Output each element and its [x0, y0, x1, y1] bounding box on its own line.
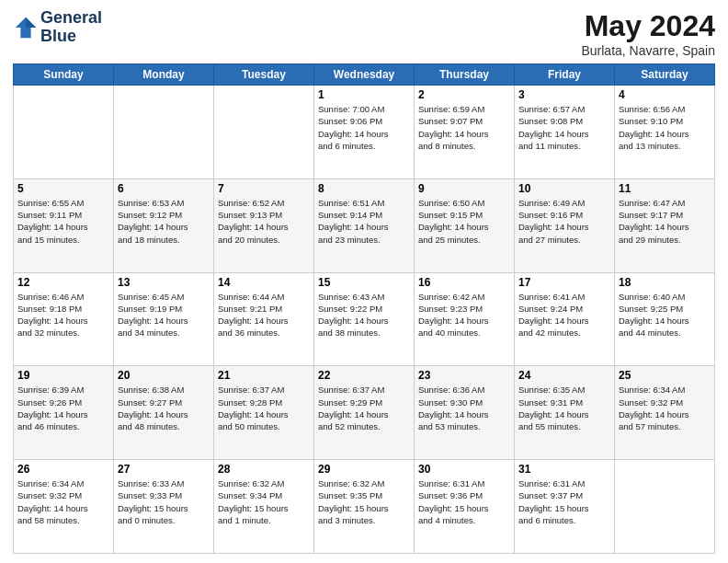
- logo-text: General Blue: [40, 9, 102, 46]
- day-number: 14: [218, 276, 310, 289]
- calendar-cell: 7Sunrise: 6:52 AM Sunset: 9:13 PM Daylig…: [214, 178, 314, 272]
- calendar-cell: 22Sunrise: 6:37 AM Sunset: 9:29 PM Dayli…: [314, 366, 415, 460]
- day-number: 24: [518, 369, 610, 382]
- calendar-cell: [114, 86, 214, 179]
- calendar-cell: 2Sunrise: 6:59 AM Sunset: 9:07 PM Daylig…: [415, 86, 515, 179]
- day-number: 3: [518, 88, 610, 101]
- calendar-cell: 8Sunrise: 6:51 AM Sunset: 9:14 PM Daylig…: [314, 178, 415, 272]
- day-info: Sunrise: 6:38 AM Sunset: 9:27 PM Dayligh…: [118, 384, 210, 432]
- page: General Blue May 2024 Burlata, Navarre, …: [0, 0, 728, 563]
- calendar-cell: 11Sunrise: 6:47 AM Sunset: 9:17 PM Dayli…: [615, 178, 715, 272]
- day-number: 8: [318, 182, 410, 195]
- calendar-cell: 20Sunrise: 6:38 AM Sunset: 9:27 PM Dayli…: [114, 366, 214, 460]
- calendar-table: SundayMondayTuesdayWednesdayThursdayFrid…: [13, 63, 715, 554]
- day-info: Sunrise: 6:56 AM Sunset: 9:10 PM Dayligh…: [619, 103, 711, 152]
- logo: General Blue: [13, 9, 102, 46]
- day-number: 19: [17, 369, 109, 382]
- day-number: 26: [17, 463, 109, 476]
- day-info: Sunrise: 6:40 AM Sunset: 9:25 PM Dayligh…: [619, 291, 711, 339]
- calendar-cell: 21Sunrise: 6:37 AM Sunset: 9:28 PM Dayli…: [214, 366, 314, 460]
- subtitle: Burlata, Navarre, Spain: [581, 43, 715, 58]
- day-number: 17: [518, 276, 610, 289]
- day-info: Sunrise: 6:43 AM Sunset: 9:22 PM Dayligh…: [318, 291, 410, 339]
- day-info: Sunrise: 6:47 AM Sunset: 9:17 PM Dayligh…: [619, 197, 711, 246]
- calendar-cell: 16Sunrise: 6:42 AM Sunset: 9:23 PM Dayli…: [415, 272, 515, 366]
- day-info: Sunrise: 6:59 AM Sunset: 9:07 PM Dayligh…: [418, 103, 510, 152]
- day-number: 16: [418, 276, 510, 289]
- calendar-week-row: 19Sunrise: 6:39 AM Sunset: 9:26 PM Dayli…: [14, 366, 715, 460]
- day-number: 30: [418, 463, 510, 476]
- day-info: Sunrise: 6:35 AM Sunset: 9:31 PM Dayligh…: [518, 384, 610, 432]
- calendar-week-row: 26Sunrise: 6:34 AM Sunset: 9:32 PM Dayli…: [14, 460, 715, 554]
- day-number: 6: [118, 182, 210, 195]
- day-info: Sunrise: 6:55 AM Sunset: 9:11 PM Dayligh…: [17, 197, 109, 246]
- day-number: 12: [17, 276, 109, 289]
- calendar-header-row: SundayMondayTuesdayWednesdayThursdayFrid…: [14, 64, 715, 86]
- day-info: Sunrise: 6:32 AM Sunset: 9:35 PM Dayligh…: [318, 477, 410, 526]
- day-number: 23: [418, 369, 510, 382]
- calendar-cell: 3Sunrise: 6:57 AM Sunset: 9:08 PM Daylig…: [515, 86, 615, 179]
- day-info: Sunrise: 6:34 AM Sunset: 9:32 PM Dayligh…: [619, 384, 711, 432]
- day-number: 21: [218, 369, 310, 382]
- day-info: Sunrise: 6:37 AM Sunset: 9:29 PM Dayligh…: [318, 384, 410, 432]
- day-number: 28: [218, 463, 310, 476]
- day-number: 25: [619, 369, 711, 382]
- calendar-cell: 27Sunrise: 6:33 AM Sunset: 9:33 PM Dayli…: [114, 460, 214, 554]
- calendar-cell: [615, 460, 715, 554]
- calendar-cell: 10Sunrise: 6:49 AM Sunset: 9:16 PM Dayli…: [515, 178, 615, 272]
- calendar-week-row: 5Sunrise: 6:55 AM Sunset: 9:11 PM Daylig…: [14, 178, 715, 272]
- calendar-cell: 5Sunrise: 6:55 AM Sunset: 9:11 PM Daylig…: [14, 178, 114, 272]
- weekday-header: Thursday: [415, 64, 515, 86]
- day-info: Sunrise: 6:31 AM Sunset: 9:36 PM Dayligh…: [418, 477, 510, 526]
- calendar-cell: 19Sunrise: 6:39 AM Sunset: 9:26 PM Dayli…: [14, 366, 114, 460]
- svg-marker-1: [26, 17, 36, 28]
- day-info: Sunrise: 6:39 AM Sunset: 9:26 PM Dayligh…: [17, 384, 109, 432]
- day-info: Sunrise: 7:00 AM Sunset: 9:06 PM Dayligh…: [318, 103, 410, 152]
- day-number: 22: [318, 369, 410, 382]
- calendar-cell: [214, 86, 314, 179]
- day-number: 9: [418, 182, 510, 195]
- calendar-cell: 17Sunrise: 6:41 AM Sunset: 9:24 PM Dayli…: [515, 272, 615, 366]
- calendar-cell: 29Sunrise: 6:32 AM Sunset: 9:35 PM Dayli…: [314, 460, 415, 554]
- calendar-cell: 25Sunrise: 6:34 AM Sunset: 9:32 PM Dayli…: [615, 366, 715, 460]
- day-number: 10: [518, 182, 610, 195]
- weekday-header: Wednesday: [314, 64, 415, 86]
- day-number: 11: [619, 182, 711, 195]
- calendar-cell: 15Sunrise: 6:43 AM Sunset: 9:22 PM Dayli…: [314, 272, 415, 366]
- calendar-cell: 9Sunrise: 6:50 AM Sunset: 9:15 PM Daylig…: [415, 178, 515, 272]
- calendar-cell: 13Sunrise: 6:45 AM Sunset: 9:19 PM Dayli…: [114, 272, 214, 366]
- day-info: Sunrise: 6:31 AM Sunset: 9:37 PM Dayligh…: [518, 477, 610, 526]
- calendar-cell: 18Sunrise: 6:40 AM Sunset: 9:25 PM Dayli…: [615, 272, 715, 366]
- calendar-cell: 1Sunrise: 7:00 AM Sunset: 9:06 PM Daylig…: [314, 86, 415, 179]
- title-block: May 2024 Burlata, Navarre, Spain: [581, 9, 715, 58]
- day-info: Sunrise: 6:34 AM Sunset: 9:32 PM Dayligh…: [17, 477, 109, 526]
- day-info: Sunrise: 6:42 AM Sunset: 9:23 PM Dayligh…: [418, 291, 510, 339]
- main-title: May 2024: [581, 9, 715, 43]
- calendar-week-row: 1Sunrise: 7:00 AM Sunset: 9:06 PM Daylig…: [14, 86, 715, 179]
- day-info: Sunrise: 6:44 AM Sunset: 9:21 PM Dayligh…: [218, 291, 310, 339]
- calendar-cell: 14Sunrise: 6:44 AM Sunset: 9:21 PM Dayli…: [214, 272, 314, 366]
- day-number: 31: [518, 463, 610, 476]
- day-number: 2: [418, 88, 510, 101]
- calendar-cell: 26Sunrise: 6:34 AM Sunset: 9:32 PM Dayli…: [14, 460, 114, 554]
- day-number: 7: [218, 182, 310, 195]
- weekday-header: Tuesday: [214, 64, 314, 86]
- calendar-cell: [14, 86, 114, 179]
- weekday-header: Monday: [114, 64, 214, 86]
- day-info: Sunrise: 6:32 AM Sunset: 9:34 PM Dayligh…: [218, 477, 310, 526]
- calendar-cell: 4Sunrise: 6:56 AM Sunset: 9:10 PM Daylig…: [615, 86, 715, 179]
- weekday-header: Sunday: [14, 64, 114, 86]
- calendar-week-row: 12Sunrise: 6:46 AM Sunset: 9:18 PM Dayli…: [14, 272, 715, 366]
- day-number: 27: [118, 463, 210, 476]
- day-info: Sunrise: 6:33 AM Sunset: 9:33 PM Dayligh…: [118, 477, 210, 526]
- day-info: Sunrise: 6:36 AM Sunset: 9:30 PM Dayligh…: [418, 384, 510, 432]
- calendar-cell: 31Sunrise: 6:31 AM Sunset: 9:37 PM Dayli…: [515, 460, 615, 554]
- day-info: Sunrise: 6:49 AM Sunset: 9:16 PM Dayligh…: [518, 197, 610, 246]
- day-info: Sunrise: 6:51 AM Sunset: 9:14 PM Dayligh…: [318, 197, 410, 246]
- day-info: Sunrise: 6:45 AM Sunset: 9:19 PM Dayligh…: [118, 291, 210, 339]
- calendar-cell: 6Sunrise: 6:53 AM Sunset: 9:12 PM Daylig…: [114, 178, 214, 272]
- day-number: 20: [118, 369, 210, 382]
- weekday-header: Saturday: [615, 64, 715, 86]
- day-number: 29: [318, 463, 410, 476]
- logo-line2: Blue: [40, 28, 102, 46]
